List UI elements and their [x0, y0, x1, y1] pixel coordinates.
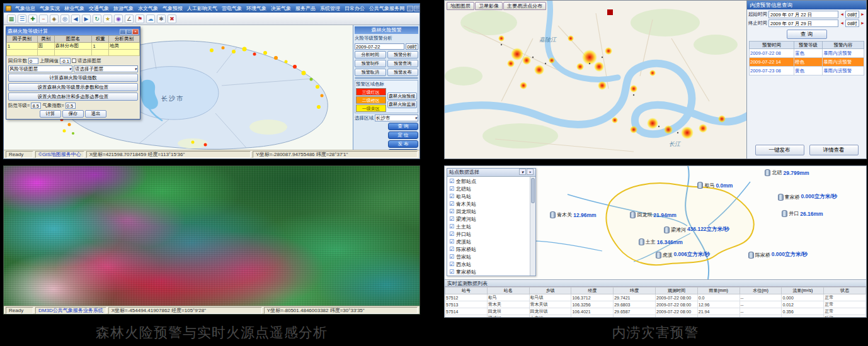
column-header[interactable]: 预警等级: [794, 42, 822, 49]
toolbar-icon[interactable]: −: [39, 14, 48, 23]
menu-item[interactable]: 交通气象: [87, 5, 111, 12]
warning-row[interactable]: 2009-07-22 14橙色暴雨内涝预警: [750, 58, 864, 67]
spin-right-icon[interactable]: [860, 20, 865, 27]
station-marker[interactable]: 青木关 12.96mm: [550, 211, 596, 218]
column-header[interactable]: 站名: [487, 287, 529, 294]
column-header[interactable]: 经度: [571, 287, 614, 294]
column-header[interactable]: 乡镇: [529, 287, 571, 294]
menu-item[interactable]: 雷电气象: [220, 5, 244, 12]
warning-button[interactable]: 预警制作: [355, 60, 386, 67]
minimize-icon[interactable]: [120, 29, 126, 35]
column-header[interactable]: 类别: [37, 36, 54, 43]
station-checkbox-item[interactable]: 梁滩河站: [449, 215, 528, 223]
close-icon[interactable]: [132, 29, 139, 35]
column-header[interactable]: 因子类别: [7, 36, 38, 43]
minimize-icon[interactable]: [407, 6, 413, 11]
layer-tab[interactable]: 地图图层: [447, 2, 474, 10]
dialog-button[interactable]: 计算: [40, 110, 61, 118]
column-header[interactable]: 流量(m³/s): [782, 287, 824, 294]
station-checkbox-item[interactable]: 回龙坝站: [449, 208, 528, 215]
hour-input[interactable]: 08时: [406, 43, 418, 50]
date-from-input[interactable]: 2009 年 07 月 22 日: [768, 11, 838, 18]
dialog-action-button[interactable]: 设置森林火险等级显示参数和位置: [8, 83, 138, 91]
warning-button[interactable]: 预警取消: [355, 69, 386, 76]
table-row[interactable]: 57514回龙坝回龙坝镇106.402129.65872009-07-22 08…: [445, 308, 866, 315]
collapse-icon[interactable]: [519, 169, 526, 175]
dialog-button[interactable]: 退出: [85, 110, 106, 118]
station-checkbox-item[interactable]: 北碚站: [449, 185, 528, 193]
station-checkbox-item[interactable]: 土主站: [449, 223, 528, 230]
param2-input[interactable]: 0.5: [66, 103, 76, 109]
column-header[interactable]: 预警时间: [750, 42, 794, 49]
layer-tab[interactable]: 主要易涝点分布: [503, 2, 546, 10]
toolbar-icon[interactable]: ↻: [93, 14, 101, 23]
date-input[interactable]: 2009-07-22: [355, 43, 404, 50]
warning-button[interactable]: 预警查询: [387, 60, 419, 67]
menu-item[interactable]: 日常办公: [343, 5, 367, 12]
station-marker[interactable]: 梁滩河 436.122立方米/秒: [664, 226, 729, 233]
station-checkbox-item[interactable]: 陈家桥站: [449, 245, 528, 253]
action-button[interactable]: 查 询: [388, 123, 418, 130]
date-to-input[interactable]: 2009 年 07 月 29 日: [768, 20, 838, 27]
dialog-button[interactable]: 保存: [62, 110, 84, 118]
spin-left-icon[interactable]: [840, 11, 844, 18]
table-row[interactable]: 57515梁滩河土主镇106.418829.63422009-07-22 08:…: [445, 315, 866, 318]
weather-condition-button[interactable]: 气象条件设置: [355, 77, 418, 79]
action-button[interactable]: 定 位: [388, 131, 418, 139]
toolbar-icon[interactable]: ▶: [82, 14, 91, 23]
warning-button[interactable]: 预警发布: [387, 69, 419, 76]
action-button[interactable]: 发 布: [388, 140, 418, 148]
menu-item[interactable]: 水文气象: [136, 5, 160, 12]
spin-left-icon[interactable]: [840, 20, 844, 27]
column-header[interactable]: 纬度: [614, 287, 656, 294]
column-header[interactable]: 雨量(mm): [697, 287, 740, 294]
station-checkbox-item[interactable]: 全部站点: [449, 177, 528, 185]
menu-item[interactable]: 公共气象服务网: [367, 5, 406, 12]
sidebar-button[interactable]: 详情查看: [809, 145, 859, 155]
table-row[interactable]: 1面森林分布图1地类: [7, 43, 140, 50]
toolbar-icon[interactable]: ◎: [60, 14, 69, 23]
threshold-input[interactable]: -0.1: [60, 58, 71, 64]
toolbar-icon[interactable]: ✖: [168, 14, 176, 23]
fire-mode-button[interactable]: 森林火险预报: [387, 92, 418, 100]
column-header[interactable]: 预警内容: [823, 42, 864, 49]
column-header[interactable]: 图层名: [54, 36, 92, 43]
toolbar-icon[interactable]: ☁: [146, 14, 155, 23]
satellite-imagery[interactable]: [4, 166, 420, 306]
column-header[interactable]: 水位(m): [740, 287, 782, 294]
layer-tab[interactable]: 卫星影像: [475, 2, 503, 10]
warning-button[interactable]: 分析时间: [355, 51, 386, 59]
station-checkbox-item[interactable]: 歇马站: [449, 193, 528, 200]
menu-item[interactable]: 气象信息: [13, 5, 37, 12]
station-marker[interactable]: 北碚 29.799mm: [765, 169, 809, 176]
station-marker[interactable]: 井口 26.16mm: [782, 210, 823, 217]
station-checkbox-item[interactable]: 虎溪站: [449, 238, 528, 245]
sidebar-button[interactable]: 一键发布: [755, 145, 804, 155]
column-header[interactable]: 分析类别: [109, 36, 140, 43]
menu-item[interactable]: 系统管理: [318, 5, 342, 12]
warning-button[interactable]: 预警分析: [387, 51, 419, 59]
close-icon[interactable]: [527, 169, 534, 175]
hour-from-input[interactable]: 08时: [845, 11, 859, 18]
station-marker[interactable]: 童家桥 0.000立方米/秒: [778, 193, 838, 201]
column-header[interactable]: 观测时间: [655, 287, 697, 294]
station-marker[interactable]: 歇马 0.0mm: [697, 182, 733, 189]
station-map[interactable]: 北碚 29.799mm 歇马 0.0mm 童家桥 0.000立方米/秒 青木关 …: [445, 166, 866, 279]
menu-item[interactable]: 旅游气象: [111, 5, 135, 12]
menu-item[interactable]: 气象实况: [38, 5, 62, 12]
table-row[interactable]: 57513青木关青木关镇106.325629.68032009-07-22 08…: [445, 301, 866, 308]
toolbar-icon[interactable]: ✚: [28, 14, 37, 23]
warning-row[interactable]: 2009-07-23 08黄色暴雨内涝预警: [750, 67, 864, 75]
station-marker[interactable]: 回龙坝 21.94mm: [630, 211, 676, 218]
param1-input[interactable]: 8.5: [31, 103, 41, 109]
station-marker[interactable]: 土主 16.346mm: [639, 238, 683, 245]
alert-marker[interactable]: [607, 9, 613, 15]
maximize-icon[interactable]: [126, 29, 132, 35]
dialog-action-button[interactable]: 计算森林火险等级指数: [8, 74, 138, 82]
sublayer-combo[interactable]: 请选择子图层: [74, 65, 138, 72]
warning-row[interactable]: 2009-07-22 08蓝色暴雨内涝预警: [750, 49, 864, 58]
station-checkbox-item[interactable]: 西永站: [449, 260, 528, 268]
regression-input[interactable]: 0: [28, 58, 38, 64]
toolbar-icon[interactable]: ◀: [71, 14, 80, 23]
maximize-icon[interactable]: [414, 6, 420, 11]
